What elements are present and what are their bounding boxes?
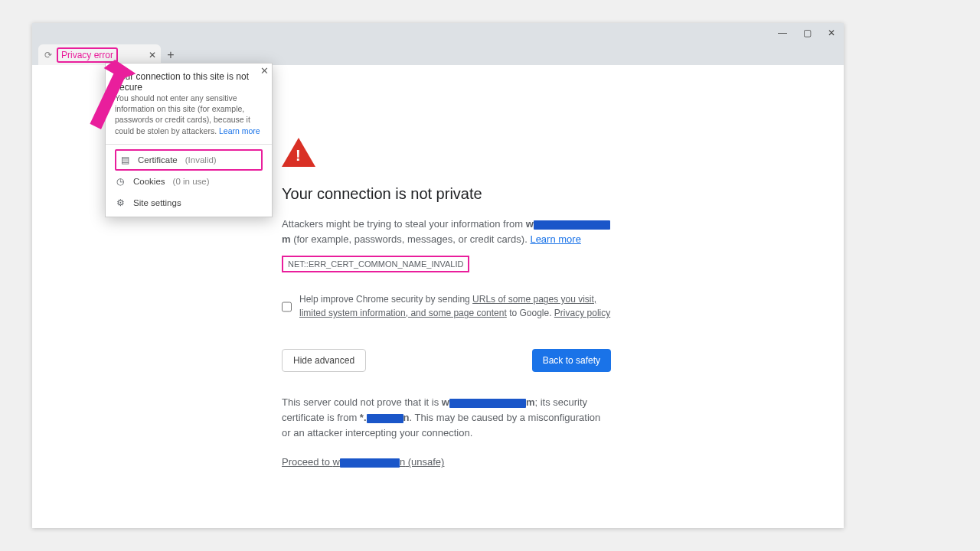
- site-settings-row[interactable]: ⚙ Site settings: [115, 192, 263, 214]
- window-minimize-button[interactable]: —: [770, 23, 795, 43]
- tab-strip: ⟳ Privacy error ✕ +: [32, 43, 844, 65]
- popover-body: You should not enter any sensitive infor…: [115, 93, 263, 136]
- tab-close-button[interactable]: ✕: [149, 50, 156, 60]
- privacy-policy-link[interactable]: Privacy policy: [554, 308, 610, 318]
- redacted-domain: [367, 414, 403, 423]
- back-to-safety-button[interactable]: Back to safety: [532, 349, 611, 372]
- help-improve-checkbox[interactable]: [282, 294, 292, 320]
- site-info-popover: ✕ Your connection to this site is not se…: [105, 63, 273, 217]
- error-code: NET::ERR_CERT_COMMON_NAME_INVALID: [282, 256, 469, 272]
- redacted-domain: [449, 399, 526, 408]
- redacted-domain: [534, 220, 610, 230]
- page-heading: Your connection is not private: [282, 185, 611, 203]
- certificate-row[interactable]: ▤ Certificate (Invalid): [115, 149, 263, 171]
- tab-title: Privacy error: [57, 47, 118, 63]
- large-warning-triangle-icon: [282, 138, 315, 167]
- gear-icon: ⚙: [115, 197, 126, 208]
- popover-learn-more-link[interactable]: Learn more: [219, 126, 260, 135]
- window-maximize-button[interactable]: ▢: [795, 23, 819, 43]
- cookies-row[interactable]: ◷ Cookies (0 in use): [115, 171, 263, 192]
- window-close-button[interactable]: ✕: [819, 23, 844, 43]
- cookie-icon: ◷: [115, 176, 126, 187]
- proceed-unsafe-link[interactable]: Proceed to wn (unsafe): [282, 456, 444, 468]
- browser-window: — ▢ ✕ ⟳ Privacy error ✕ + ← → ⟳ ⌂ Not se…: [32, 23, 844, 528]
- intro-paragraph: Attackers might be trying to steal your …: [282, 217, 611, 246]
- popover-heading: Your connection to this site is not secu…: [115, 71, 263, 93]
- help-improve-row: Help improve Chrome security by sending …: [282, 292, 611, 320]
- tab-favicon-warning-icon: ⟳: [44, 50, 52, 60]
- learn-more-link[interactable]: Learn more: [530, 233, 580, 245]
- popover-close-button[interactable]: ✕: [260, 65, 269, 77]
- hide-advanced-button[interactable]: Hide advanced: [282, 349, 366, 372]
- advanced-explanation: This server could not prove that it is w…: [282, 395, 611, 441]
- tab-privacy-error[interactable]: ⟳ Privacy error ✕: [38, 44, 161, 65]
- window-titlebar: — ▢ ✕: [32, 23, 844, 43]
- certificate-icon: ▤: [119, 155, 130, 165]
- redacted-domain: [340, 458, 400, 468]
